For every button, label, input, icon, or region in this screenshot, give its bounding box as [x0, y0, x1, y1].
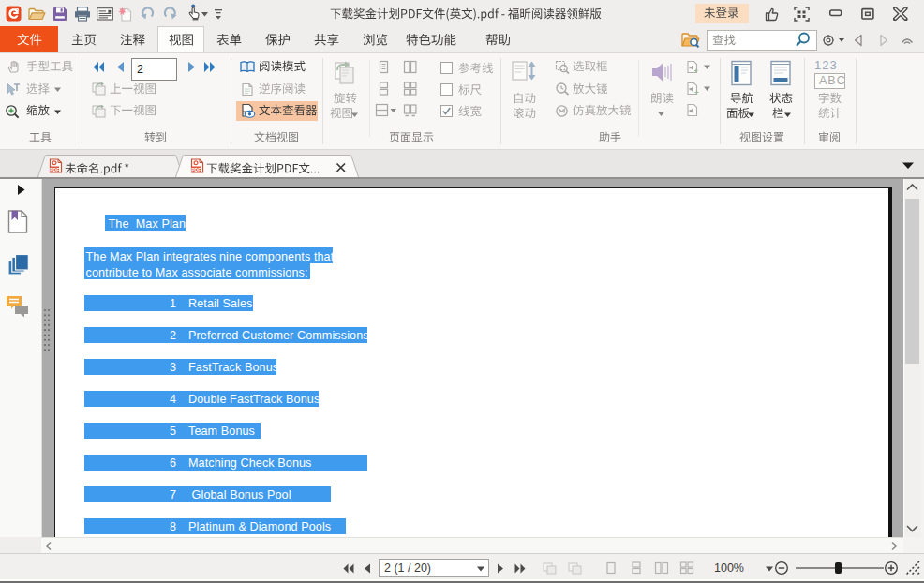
svg-text:PDF: PDF: [50, 167, 59, 172]
svg-text:PDF: PDF: [191, 167, 201, 172]
